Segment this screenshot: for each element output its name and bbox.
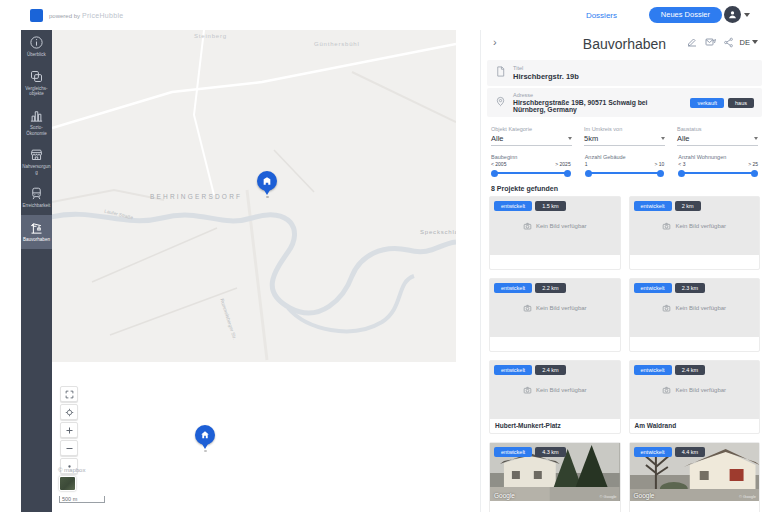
export-mail-icon[interactable] [704,36,717,48]
project-card[interactable]: entwickelt 2.2 km Kein Bild verfügbar [489,278,621,352]
status-badge: entwickelt [634,201,672,211]
share-icon[interactable] [723,37,734,48]
locate-button[interactable] [60,404,78,420]
chevron-down-icon [568,137,572,140]
sidebar-item-label: Sozio-Ökonomie [22,125,51,136]
slider-handle[interactable] [657,170,664,177]
distance-badge: 1.5 km [535,201,566,211]
distance-badge: 2.3 km [675,283,706,293]
project-card[interactable]: entwickelt 2.3 km Kein Bild verfügbar [629,278,761,352]
filters-row: Objekt Kategorie Alle Im Umkreis von 5km… [481,119,768,146]
sidebar-item-ueberblick[interactable]: Überblick [21,30,52,64]
sidebar-item-bauvorhaben[interactable]: Bauvorhaben [21,215,52,249]
powered-by-label: powered by [49,13,80,19]
sidebar-item-nahversorgung[interactable]: Nahversorgung [21,142,52,181]
sidebar-item-vergleichsobjekte[interactable]: Vergleichs-objekte [21,64,52,103]
map-marker-subject[interactable] [195,425,215,445]
sidebar-item-erreichbarkeit[interactable]: Erreichbarkeit [21,181,52,215]
distance-badge: 2.4 km [675,365,706,375]
distance-badge: 2.2 km [535,283,566,293]
deal-type-badge[interactable]: verkauft [690,98,724,108]
results-count: 8 Projekte gefunden [481,179,768,196]
map-controls [60,386,78,474]
info-icon [29,35,44,50]
map-label-speckschlag: Speckschlag [420,229,456,235]
slider-handle[interactable] [678,170,685,177]
titel-row: Titel Hirschbergstr. 19b [487,60,762,86]
status-badge: entwickelt [634,447,672,457]
fullscreen-button[interactable] [60,386,78,402]
chevron-down-icon [754,137,758,140]
slider-handle[interactable] [751,170,758,177]
no-image-text: Kein Bild verfügbar [536,387,587,393]
filter-umkreis[interactable]: Im Umkreis von 5km [584,126,665,146]
distance-badge: 2.4 km [535,365,566,375]
dossiers-link[interactable]: Dossiers [586,11,617,20]
user-menu[interactable] [724,6,750,23]
sidebar-item-label: Überblick [22,52,51,58]
project-card[interactable]: entwickelt 4.4 km Google © Google [629,442,761,512]
map-marker-project[interactable] [257,171,277,191]
avatar[interactable] [724,6,741,23]
language-label: DE [740,38,750,47]
building-icon [262,176,272,186]
project-card[interactable]: entwickelt 4.3 km Google © Google [489,442,621,512]
camera-icon [523,304,532,312]
map-scale-bar: 500 m [59,496,105,503]
adresse-value: Hirschbergstraße 19B, 90571 Schwaig bei … [513,99,676,113]
new-dossier-button[interactable]: Neues Dossier [649,7,722,23]
project-card[interactable]: entwickelt 2.4 km Kein Bild verfügbar Hu… [489,360,621,434]
slider-anzahl-gebaeude: Anzahl Gebäude 1 > 10 [585,154,665,177]
collapse-panel-icon[interactable]: › [493,37,497,48]
filter-value: 5km [584,134,598,143]
top-bar: powered by PriceHubble Dossiers Neues Do… [0,0,768,30]
filter-label: Objekt Kategorie [491,126,572,132]
slider-label: Anzahl Wohnungen [678,154,758,160]
bauvorhaben-panel: › Bauvorhaben [480,30,768,512]
minus-icon [65,444,74,453]
panel-header: › Bauvorhaben [481,30,768,58]
crane-icon [29,220,44,235]
project-title [630,501,760,512]
language-selector[interactable]: DE [740,38,758,47]
project-card[interactable]: entwickelt 1.5 km Kein Bild verfügbar [489,196,621,270]
project-card[interactable]: entwickelt 2.4 km Kein Bild verfügbar Am… [629,360,761,434]
map-canvas[interactable]: Steinberg Günthersbühl BEHRINGERSDORF Sp… [52,30,480,512]
project-cards-grid: entwickelt 1.5 km Kein Bild verfügbar [481,196,768,512]
project-title [490,337,620,351]
adresse-row: Adresse Hirschbergstraße 19B, 90571 Schw… [487,88,762,117]
sidebar-item-sozio-oekonomie[interactable]: Sozio-Ökonomie [21,103,52,142]
camera-icon [523,222,532,230]
sidebar-item-label: Bauvorhaben [22,237,51,243]
map-roads-layer [52,30,456,362]
slider-handle[interactable] [585,170,592,177]
status-badge: entwickelt [494,283,532,293]
filter-objekt-kategorie[interactable]: Objekt Kategorie Alle [491,126,572,146]
project-title [490,255,620,269]
filter-baustatus[interactable]: Baustatus Alle [677,126,758,146]
slider-handle[interactable] [564,170,571,177]
slider-max: > 10 [654,161,664,167]
project-card[interactable]: entwickelt 2 km Kein Bild verfügbar [629,196,761,270]
edit-icon[interactable] [686,36,698,48]
status-badge: entwickelt [634,283,672,293]
slider-anzahl-wohnungen: Anzahl Wohnungen < 3 > 25 [678,154,758,177]
sidebar-item-label: Vergleichs-objekte [22,86,51,97]
layer-switcher-thumbnail[interactable] [59,476,76,491]
slider-handle[interactable] [491,170,498,177]
zoom-out-button[interactable] [60,440,78,456]
no-image-text: Kein Bild verfügbar [536,223,587,229]
no-image-text: Kein Bild verfügbar [675,387,726,393]
property-type-badge[interactable]: haus [728,98,754,108]
google-attribution: © Google [739,494,756,499]
no-image-text: Kein Bild verfügbar [536,305,587,311]
home-icon [200,430,210,440]
adresse-label: Adresse [513,92,676,98]
slider-max: > 25 [748,161,758,167]
plus-icon [65,426,74,435]
distance-badge: 4.3 km [535,447,566,457]
chevron-down-icon [661,137,665,140]
sliders-row: Baubeginn < 2005 > 2025 Anzahl Gebäude 1… [481,146,768,179]
zoom-in-button[interactable] [60,422,78,438]
mapbox-attribution[interactable]: © mapbox [58,467,85,473]
